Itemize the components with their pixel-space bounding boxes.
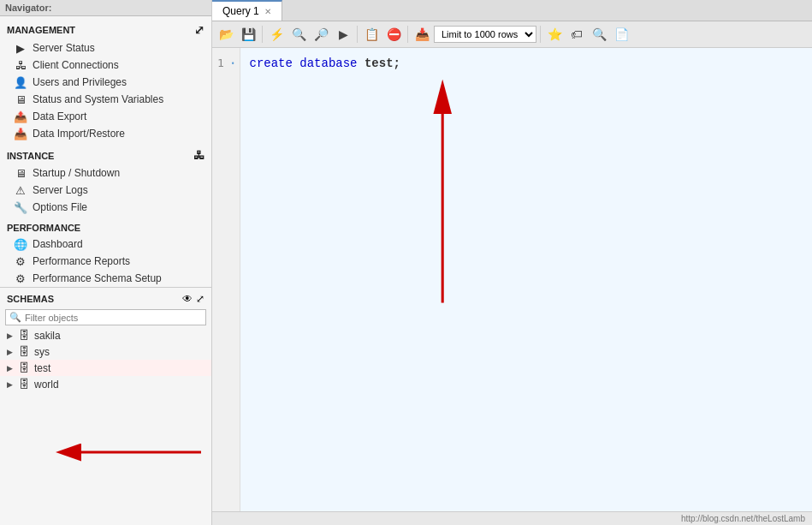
sys-arrow: ▶ [7, 348, 17, 356]
startup-icon: 🖥 [14, 166, 27, 180]
separator-3 [407, 26, 408, 43]
data-import-icon: 📥 [14, 127, 27, 140]
instance-icon: 🖧 [193, 149, 204, 162]
nav-client-connections[interactable]: 🖧 Client Connections [0, 57, 211, 74]
nav-dashboard[interactable]: 🌐 Dashboard [0, 236, 211, 253]
navigator-header: Navigator: [0, 0, 211, 16]
schema-item-sakila[interactable]: ▶ 🗄 sakila [0, 327, 211, 343]
magnify-button[interactable]: 🔍 [589, 24, 609, 45]
separator-4 [540, 26, 541, 43]
navigator-body: MANAGEMENT ⤢ ▶ Server Status 🖧 Client Co… [0, 16, 211, 525]
main-layout: Navigator: MANAGEMENT ⤢ ▶ Server Status … [0, 0, 812, 525]
server-status-icon: ▶ [14, 41, 27, 55]
client-connections-icon: 🖧 [14, 58, 27, 72]
separator-2 [357, 26, 358, 43]
schemas-refresh-icon[interactable]: 👁 [182, 293, 193, 305]
navigator-title: Navigator: [5, 3, 51, 13]
line-number-1: 1 • [217, 55, 234, 72]
schemas-actions: 👁 ⤢ [182, 293, 204, 305]
nav-users-privileges[interactable]: 👤 Users and Privileges [0, 74, 211, 91]
nav-performance-reports[interactable]: ⚙ Performance Reports [0, 253, 211, 270]
schema-item-test[interactable]: ▶ 🗄 test [0, 360, 211, 376]
nav-schema-setup[interactable]: ⚙ Performance Schema Setup [0, 270, 211, 287]
line-dot: • [231, 60, 235, 68]
tabs-bar: Query 1 ✕ [212, 0, 812, 21]
code-editor[interactable]: create database test; [240, 48, 812, 511]
sakila-db-icon: 🗄 [19, 329, 30, 342]
schemas-expand-icon[interactable]: ⤢ [196, 293, 204, 305]
world-db-icon: 🗄 [19, 378, 30, 391]
import-button[interactable]: 📥 [412, 24, 432, 45]
sakila-arrow: ▶ [7, 331, 17, 340]
server-logs-icon: ⚠ [14, 183, 27, 197]
status-variables-icon: 🖥 [14, 92, 27, 106]
toolbar: 📂 💾 ⚡ 🔍 🔎 ▶ 📋 ⛔ 📥 Limit to 1000 rows ⭐ 🏷… [212, 21, 812, 48]
expand-icon[interactable]: ⤢ [194, 23, 204, 37]
keyword-create: create [249, 55, 299, 73]
search-button[interactable]: 🔎 [311, 24, 331, 45]
schema-setup-icon: ⚙ [14, 271, 27, 285]
test-db-icon: 🗄 [19, 361, 30, 374]
keyword-database: database [299, 55, 365, 73]
navigator-sidebar: Navigator: MANAGEMENT ⤢ ▶ Server Status … [0, 0, 212, 525]
right-panel: Query 1 ✕ 📂 💾 ⚡ 🔍 🔎 ▶ 📋 ⛔ 📥 Limit to 100… [212, 0, 812, 525]
options-icon: 🔧 [14, 200, 27, 214]
perf-reports-icon: ⚙ [14, 254, 27, 268]
execute-current-button[interactable]: 🔍 [288, 24, 309, 45]
schema-item-world[interactable]: ▶ 🗄 world [0, 376, 211, 392]
filter-box: 🔍 [5, 309, 206, 325]
status-bar: http://blog.csdn.net/theLostLamb [212, 511, 812, 525]
filter-input[interactable] [25, 313, 202, 323]
nav-status-variables[interactable]: 🖥 Status and System Variables [0, 91, 211, 108]
separator-1 [262, 26, 263, 43]
performance-section-title: PERFORMANCE [0, 216, 211, 236]
nav-startup-shutdown[interactable]: 🖥 Startup / Shutdown [0, 164, 211, 182]
test-arrow: ▶ [7, 364, 17, 373]
schemas-section: SCHEMAS 👁 ⤢ 🔍 ▶ 🗄 sakila ▶ [0, 287, 211, 392]
save-button[interactable]: 💾 [238, 24, 258, 45]
value-test: test; [365, 55, 400, 73]
nav-data-export[interactable]: 📤 Data Export [0, 108, 211, 125]
stop-button[interactable]: ⛔ [383, 24, 404, 45]
bookmark-button[interactable]: ⭐ [544, 24, 565, 45]
open-file-button[interactable]: 📂 [216, 24, 236, 45]
code-line-1: create database test; [249, 55, 803, 73]
schema-item-sys[interactable]: ▶ 🗄 sys [0, 343, 211, 360]
nav-server-status[interactable]: ▶ Server Status [0, 39, 211, 57]
dashboard-icon: 🌐 [14, 237, 27, 251]
sys-db-icon: 🗄 [19, 345, 30, 358]
format-button[interactable]: 📄 [611, 24, 631, 45]
schemas-header: SCHEMAS 👁 ⤢ [0, 288, 211, 307]
tag-button[interactable]: 🏷 [566, 24, 587, 45]
close-tab-icon[interactable]: ✕ [264, 7, 271, 16]
limit-select[interactable]: Limit to 1000 rows [434, 26, 536, 43]
data-export-icon: 📤 [14, 110, 27, 123]
arrow-annotation [240, 48, 812, 511]
query-tab-1[interactable]: Query 1 ✕ [212, 0, 282, 21]
search-icon: 🔍 [9, 312, 21, 323]
world-arrow: ▶ [7, 380, 17, 389]
nav-server-logs[interactable]: ⚠ Server Logs [0, 182, 211, 199]
users-icon: 👤 [14, 75, 27, 89]
line-numbers: 1 • [212, 48, 240, 511]
nav-data-import[interactable]: 📥 Data Import/Restore [0, 125, 211, 142]
management-section-title: MANAGEMENT ⤢ [0, 16, 211, 39]
run-button[interactable]: ▶ [333, 24, 353, 45]
instance-section-title: INSTANCE 🖧 [0, 142, 211, 164]
query-area: 1 • create database test; [212, 48, 812, 511]
execute-button[interactable]: ⚡ [266, 24, 287, 45]
copy-button[interactable]: 📋 [361, 24, 382, 45]
nav-options-file[interactable]: 🔧 Options File [0, 199, 211, 216]
